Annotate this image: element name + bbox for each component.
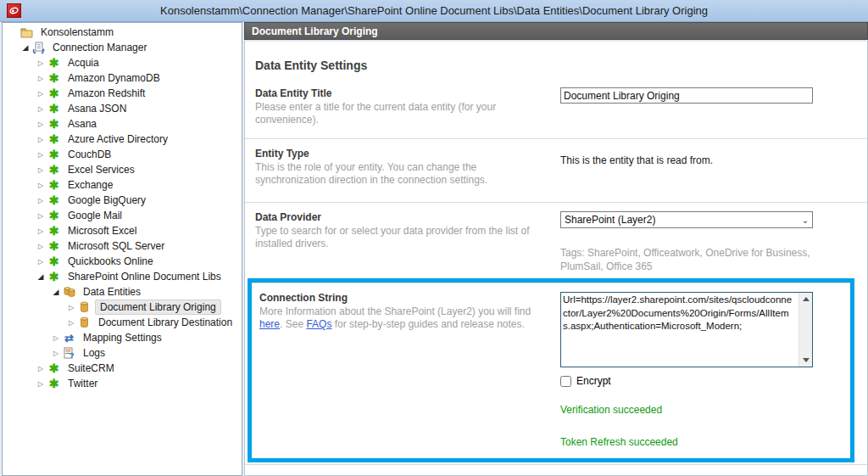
connector-icon: ✱ — [47, 239, 61, 253]
expand-icon[interactable]: ▷ — [50, 350, 62, 357]
tree-item-label: Asana — [65, 117, 99, 131]
tree-item-konsolenstamm[interactable]: Konsolenstamm — [3, 25, 242, 40]
tree-item-amazon-dynamodb[interactable]: ▷ ✱ Amazon DynamoDB — [3, 70, 242, 86]
tree-item-suitecrm[interactable]: ▷ ✱ SuiteCRM — [3, 361, 242, 376]
tree-item-connection-manager[interactable]: ◢ Connection Manager — [3, 40, 242, 55]
expand-icon[interactable]: ▷ — [35, 380, 47, 388]
tree-item-mapping-settings[interactable]: ▷ ⇄ Mapping Settings — [3, 330, 242, 345]
tree-item-label: Excel Services — [65, 163, 137, 176]
data-entity-title-input[interactable] — [560, 87, 813, 104]
expand-icon[interactable]: ▷ — [35, 90, 47, 98]
tree-item-data-entities[interactable]: ◢ Data Entities — [3, 284, 242, 300]
data-provider-selected-value: SharePoint (Layer2) — [561, 214, 798, 226]
svg-text:?: ? — [70, 351, 75, 359]
tree-item-couchdb[interactable]: ▷ ✱ CouchDB — [3, 147, 242, 162]
tree-item-exchange[interactable]: ▷ ✱ Exchange — [3, 177, 242, 193]
connector-icon: ✱ — [47, 163, 61, 176]
encrypt-checkbox[interactable] — [560, 376, 571, 387]
tree-item-asana[interactable]: ▷ ✱ Asana — [3, 116, 242, 132]
expand-icon[interactable]: ▷ — [65, 304, 77, 311]
page-title: Data Entity Settings — [245, 42, 867, 76]
tree-item-label: Document Library Destination — [96, 316, 235, 329]
section-entity-type: Entity Type This is the role of your ent… — [245, 138, 867, 202]
connection-manager-icon — [31, 41, 46, 54]
data-provider-dropdown[interactable]: SharePoint (Layer2) ⌄ — [560, 211, 813, 228]
tree-item-label: Microsoft SQL Server — [65, 239, 167, 253]
tree-item-label: Connection Manager — [50, 41, 149, 54]
tree-item-quickbooks-online[interactable]: ▷ ✱ Quickbooks Online — [3, 254, 242, 269]
tree-item-label: CouchDB — [65, 148, 114, 161]
expand-icon[interactable]: ▷ — [35, 75, 47, 82]
data-provider-desc: Type to search for or select your data p… — [255, 225, 543, 250]
entity-type-value: This is the entity that is read from. — [560, 148, 867, 166]
connector-icon: ✱ — [47, 148, 61, 161]
connection-string-textarea[interactable]: Url=https://layer2.sharepoint.com/sites/… — [561, 293, 798, 367]
tree-item-label: Amazon Redshift — [65, 87, 147, 100]
connector-icon: ✱ — [47, 87, 61, 100]
tree-item-excel-services[interactable]: ▷ ✱ Excel Services — [3, 162, 242, 177]
data-provider-label: Data Provider — [255, 211, 543, 223]
expand-icon[interactable]: ▷ — [35, 105, 47, 113]
expand-icon[interactable]: ▷ — [35, 212, 47, 220]
expand-icon[interactable]: ▷ — [35, 258, 47, 266]
section-connection-string: Connection String More Information about… — [252, 283, 850, 458]
connector-icon: ✱ — [47, 377, 61, 390]
tree-item-asana-json[interactable]: ▷ ✱ Asana JSON — [3, 101, 242, 116]
tree-item-logs[interactable]: ▷ ? Logs — [3, 345, 242, 361]
expand-icon[interactable]: ▷ — [35, 166, 47, 174]
tree-item-label: SharePoint Online Document Libs — [65, 270, 224, 283]
tree-item-microsoft-sql-server[interactable]: ▷ ✱ Microsoft SQL Server — [3, 238, 242, 254]
textarea-scrollbar[interactable] — [798, 293, 812, 367]
expand-icon[interactable]: ▷ — [35, 59, 47, 67]
collapse-icon[interactable]: ◢ — [19, 43, 31, 52]
folder-icon — [19, 25, 34, 39]
title-bar: Konsolenstamm\Connection Manager\SharePo… — [0, 0, 868, 22]
window-title: Konsolenstamm\Connection Manager\SharePo… — [0, 4, 868, 17]
scroll-down-icon[interactable] — [799, 354, 812, 367]
here-link[interactable]: here — [259, 318, 280, 330]
expand-icon[interactable]: ▷ — [35, 197, 47, 204]
tree-item-label: Azure Active Directory — [65, 132, 170, 146]
expand-icon[interactable]: ▷ — [35, 151, 47, 159]
encrypt-label: Encrypt — [576, 375, 611, 387]
tree-item-microsoft-excel[interactable]: ▷ ✱ Microsoft Excel — [3, 223, 242, 238]
expand-icon[interactable]: ▷ — [35, 243, 47, 250]
detail-pane: Document Library Origing Data Entity Set… — [244, 22, 868, 476]
tree-item-google-mail[interactable]: ▷ ✱ Google Mail — [3, 208, 242, 223]
faqs-link[interactable]: FAQs — [306, 318, 331, 330]
connection-string-field-frame: Url=https://layer2.sharepoint.com/sites/… — [560, 292, 813, 367]
tree-item-amazon-redshift[interactable]: ▷ ✱ Amazon Redshift — [3, 86, 242, 101]
tree-item-acquia[interactable]: ▷ ✱ Acquia — [3, 55, 242, 70]
expand-icon[interactable]: ▷ — [65, 319, 77, 327]
expand-icon[interactable]: ▷ — [35, 136, 47, 143]
expand-icon[interactable]: ▷ — [35, 120, 47, 128]
expand-icon[interactable]: ▷ — [35, 227, 47, 235]
collapse-icon[interactable]: ◢ — [35, 272, 47, 281]
connector-icon: ✱ — [47, 56, 61, 70]
tree-item-azure-active-directory[interactable]: ▷ ✱ Azure Active Directory — [3, 132, 242, 147]
connector-icon: ✱ — [47, 255, 61, 268]
section-data-entity-title: Data Entity Title Please enter a title f… — [245, 76, 867, 138]
tree-item-label: SuiteCRM — [65, 361, 117, 375]
tree-item-document-library-origing[interactable]: ▷ Document Library Origing — [3, 300, 242, 315]
tree-item-twitter[interactable]: ▷ ✱ Twitter — [3, 376, 242, 391]
connector-icon: ✱ — [47, 71, 61, 85]
expand-icon[interactable]: ▷ — [35, 182, 47, 189]
tree-item-google-bigquery[interactable]: ▷ ✱ Google BigQuery — [3, 193, 242, 208]
collapse-icon[interactable]: ◢ — [50, 288, 62, 296]
logs-icon: ? — [62, 346, 76, 360]
connector-icon: ✱ — [47, 193, 61, 207]
chevron-down-icon: ⌄ — [798, 216, 812, 225]
console-tree: Konsolenstamm ◢ Connection Manager ▷ ✱ A… — [2, 22, 242, 476]
tree-item-label: Google BigQuery — [65, 193, 148, 207]
scroll-up-icon[interactable] — [799, 293, 812, 305]
tree-item-label: Konsolenstamm — [38, 25, 116, 39]
desc-text: . See — [280, 318, 306, 330]
connector-icon: ✱ — [47, 224, 61, 238]
expand-icon[interactable]: ▷ — [50, 334, 62, 342]
tree-item-sharepoint-online-document-libs[interactable]: ◢ ✱ SharePoint Online Document Libs — [3, 269, 242, 284]
expand-icon[interactable]: ▷ — [35, 365, 47, 372]
connector-icon: ✱ — [47, 361, 61, 375]
tree-item-label: Data Entities — [81, 285, 143, 299]
tree-item-document-library-destination[interactable]: ▷ Document Library Destination — [3, 315, 242, 330]
